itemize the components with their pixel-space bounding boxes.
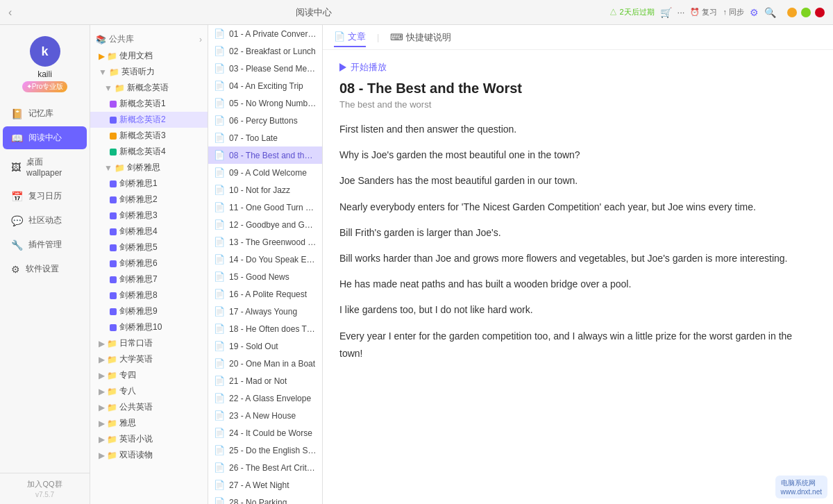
file-item-f22[interactable]: 📄22 - A Glass Envelope xyxy=(208,389,322,407)
file-icon: 📄 xyxy=(214,133,225,143)
file-icon: 📄 xyxy=(214,480,225,490)
tree-item-nc4[interactable]: 新概念英语4 xyxy=(90,144,208,160)
sidebar-item-wallpaper[interactable]: 🖼 桌面wallpaper xyxy=(3,151,87,183)
tree-item-cy2[interactable]: 剑桥雅思2 xyxy=(90,192,208,208)
back-button[interactable]: ‹ xyxy=(8,6,12,19)
tree-item-cet4[interactable]: ▶ 📁 专四 xyxy=(90,367,208,383)
tree-item-cy8[interactable]: 剑桥雅思8 xyxy=(90,287,208,303)
file-item-f20[interactable]: 📄20 - One Man in a Boat xyxy=(208,355,322,372)
file-icon: 📄 xyxy=(214,393,225,403)
file-item-f14[interactable]: 📄14 - Do You Speak English xyxy=(208,251,322,268)
sync-label[interactable]: ↑ 同步 xyxy=(723,7,744,17)
file-item-f24[interactable]: 📄24 - It Could be Worse xyxy=(208,424,322,442)
tree-item-cy4[interactable]: 剑桥雅思4 xyxy=(90,224,208,240)
file-item-f25[interactable]: 📄25 - Do the English Speak English xyxy=(208,442,322,459)
nc4-color-dot xyxy=(110,149,117,156)
more-icon[interactable]: ··· xyxy=(678,7,685,17)
tree-item-daily[interactable]: ▶ 📁 日常口语 xyxy=(90,335,208,351)
file-item-f10[interactable]: 📄10 - Not for Jazz xyxy=(208,181,322,199)
file-item-f18[interactable]: 📄18 - He Often does This xyxy=(208,320,322,337)
sidebar-item-label: 桌面wallpaper xyxy=(26,156,78,178)
tree-item-cy5[interactable]: 剑桥雅思5 xyxy=(90,240,208,255)
file-item-f05[interactable]: 📄05 - No Wrong Numbers xyxy=(208,94,322,112)
file-item-f28[interactable]: 📄28 - No Parking xyxy=(208,494,322,504)
search-icon[interactable]: 🔍 xyxy=(764,7,776,18)
file-icon: 📄 xyxy=(214,497,225,504)
file-item-f04[interactable]: 📄04 - An Exciting Trip xyxy=(208,77,322,94)
file-item-f08[interactable]: 📄08 - The Best and the Worst xyxy=(208,146,322,164)
sidebar-item-plugins[interactable]: 🔧 插件管理 xyxy=(3,233,87,256)
file-item-f06[interactable]: 📄06 - Percy Buttons xyxy=(208,112,322,129)
tree-item-college[interactable]: ▶ 📁 大学英语 xyxy=(90,351,208,367)
plugins-icon: 🔧 xyxy=(11,240,23,251)
file-item-f12[interactable]: 📄12 - Goodbye and Good Luck xyxy=(208,216,322,233)
tree-item-cy10[interactable]: 剑桥雅思10 xyxy=(90,319,208,335)
file-item-f13[interactable]: 📄13 - The Greenwood Boys xyxy=(208,233,322,251)
maximize-button[interactable] xyxy=(801,8,811,17)
file-item-f17[interactable]: 📄17 - Always Young xyxy=(208,303,322,320)
file-icon: 📄 xyxy=(214,167,225,178)
tree-item-bilingual[interactable]: ▶ 📁 双语读物 xyxy=(90,447,208,463)
tree-item-nc3[interactable]: 新概念英语3 xyxy=(90,128,208,144)
tree-item-cy7[interactable]: 剑桥雅思7 xyxy=(90,271,208,287)
tab-article[interactable]: 📄 文章 xyxy=(334,28,366,47)
tree-item-public[interactable]: ▶ 📁 公共英语 xyxy=(90,399,208,415)
file-item-f21[interactable]: 📄21 - Mad or Not xyxy=(208,372,322,389)
tree-item-cy9[interactable]: 剑桥雅思9 xyxy=(90,303,208,319)
file-item-f02[interactable]: 📄02 - Breakfast or Lunch xyxy=(208,42,322,60)
cy10-dot xyxy=(110,324,117,331)
file-item-f03[interactable]: 📄03 - Please Send Me a Card xyxy=(208,60,322,77)
review-label[interactable]: ⏰ 复习 xyxy=(690,7,717,17)
collapse-icon[interactable]: › xyxy=(199,35,202,44)
file-icon: 📄 xyxy=(214,358,225,369)
folder-usage-icon: 📁 xyxy=(107,51,117,61)
settings-nav-icon: ⚙ xyxy=(11,264,20,275)
file-item-f15[interactable]: 📄15 - Good News xyxy=(208,268,322,285)
file-icon: 📄 xyxy=(214,98,225,108)
tree-item-ielts[interactable]: ▶ 📁 雅思 xyxy=(90,415,208,431)
tree-item-cy6[interactable]: 剑桥雅思6 xyxy=(90,255,208,271)
file-item-f09[interactable]: 📄09 - A Cold Welcome xyxy=(208,164,322,181)
cart-icon[interactable]: 🛒 xyxy=(660,7,672,18)
sidebar-item-settings[interactable]: ⚙ 软件设置 xyxy=(3,258,87,280)
file-item-f23[interactable]: 📄23 - A New House xyxy=(208,407,322,424)
file-icon: 📄 xyxy=(214,445,225,455)
tree-section-listening[interactable]: ▼ 📁 英语听力 xyxy=(90,64,208,80)
tree-section-new-concept[interactable]: ▼ 📁 新概念英语 xyxy=(90,80,208,96)
tree-section-cambridge[interactable]: ▼ 📁 剑桥雅思 xyxy=(90,160,208,176)
review-icon: 📅 xyxy=(11,191,23,202)
close-button[interactable] xyxy=(815,8,825,17)
tree-item-cet8[interactable]: ▶ 📁 专八 xyxy=(90,383,208,399)
tree-section-usage[interactable]: ▶ 📁 使用文档 xyxy=(90,48,208,64)
file-item-f07[interactable]: 📄07 - Too Late xyxy=(208,129,322,146)
tree-item-cy1[interactable]: 剑桥雅思1 xyxy=(90,176,208,192)
minimize-button[interactable] xyxy=(787,8,797,17)
sidebar-item-review[interactable]: 📅 复习日历 xyxy=(3,185,87,208)
file-item-f01[interactable]: 📄01 - A Private Conversation xyxy=(208,25,322,42)
file-item-f16[interactable]: 📄16 - A Polite Request xyxy=(208,285,322,303)
article-paragraph: He has made neat paths and has built a w… xyxy=(339,276,816,293)
folder-closed-icon: ▶ xyxy=(99,51,105,61)
file-item-f27[interactable]: 📄27 - A Wet Night xyxy=(208,476,322,494)
folder-novel-icon: 📁 xyxy=(107,435,117,444)
file-panel: 📄01 - A Private Conversation📄02 - Breakf… xyxy=(208,25,323,504)
tree-item-nc1[interactable]: 新概念英语1 xyxy=(90,96,208,112)
file-icon: 📄 xyxy=(214,410,225,421)
file-item-f19[interactable]: 📄19 - Sold Out xyxy=(208,337,322,355)
sidebar-item-memory[interactable]: 📔 记忆库 xyxy=(3,102,87,125)
article-paragraphs: First listen and then answer the questio… xyxy=(339,121,816,362)
file-item-f11[interactable]: 📄11 - One Good Turn Deserves Another xyxy=(208,199,322,216)
sidebar-item-reading[interactable]: 📖 阅读中心 xyxy=(3,126,87,149)
tree-item-cy3[interactable]: 剑桥雅思3 xyxy=(90,208,208,224)
nc2-color-dot xyxy=(110,117,117,124)
sidebar-item-community[interactable]: 💬 社区动态 xyxy=(3,209,87,232)
library-header: 📚 公共库 › xyxy=(90,31,208,48)
file-item-f26[interactable]: 📄26 - The Best Art Critics xyxy=(208,459,322,476)
tab-shortcuts[interactable]: ⌨ 快捷键说明 xyxy=(390,28,451,47)
join-qq-button[interactable]: 加入QQ群 xyxy=(6,479,84,489)
tree-item-novel[interactable]: ▶ 📁 英语小说 xyxy=(90,431,208,447)
notification-label[interactable]: △ 2天后过期 xyxy=(609,7,654,17)
tree-item-nc2[interactable]: 新概念英语2 xyxy=(90,112,208,128)
settings-icon[interactable]: ⚙ xyxy=(750,7,759,18)
play-button[interactable]: 开始播放 xyxy=(339,61,816,74)
